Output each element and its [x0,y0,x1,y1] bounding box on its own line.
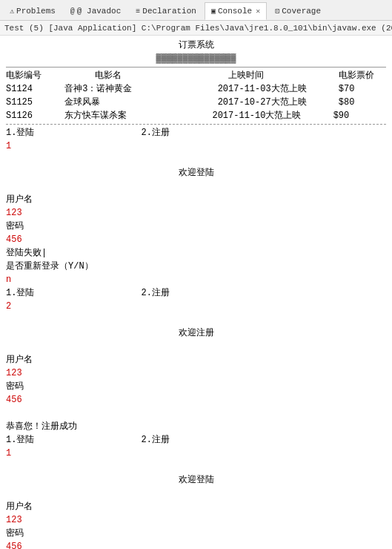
console-close-icon[interactable]: ✕ [256,7,260,16]
empty-1 [6,153,386,166]
progress-bar: ▓▓▓▓▓▓▓▓▓▓▓▓▓▓▓ [6,52,386,65]
label-password-1: 密码 [6,220,386,233]
empty-5 [6,407,386,420]
input-username-3: 123 [6,513,386,527]
tab-problems[interactable]: ⚠ Problems [3,2,62,20]
input-choice-2: 2 [6,300,386,313]
welcome-login-2: 欢迎登陆 [6,473,386,487]
movie-row-2: S1126 东方快车谋杀案 2017-11-10大范上映 $90 [6,109,386,122]
menu-line-1: 1.登陆 2.注册 [6,126,386,139]
console-icon: ▣ [211,7,216,16]
process-bar: Test (5) [Java Application] C:\Program F… [0,21,392,36]
label-username-2: 用户名 [6,353,386,366]
menu-line-2: 1.登陆 2.注册 [6,286,386,300]
input-password-3: 456 [6,540,386,549]
register-success: 恭喜您！注册成功 [6,420,386,433]
tab-console[interactable]: ▣ Console ✕ [205,2,267,20]
coverage-icon: ⊡ [275,7,279,16]
movie-row-0: S1124 音神3：诺神黄金 2017-11-03大范上映 $70 [6,82,386,96]
empty-7 [6,487,386,500]
tab-coverage[interactable]: ⊡ Coverage [268,2,328,20]
input-password-1: 456 [6,233,386,246]
movie-table-header: 电影编号 电影名 上映时间 电影票价 [6,69,386,82]
movie-row-1: S1125 金球风暴 2017-10-27大范上映 $80 [6,96,386,109]
empty-4 [6,340,386,353]
welcome-login: 欢迎登陆 [6,166,386,180]
welcome-register: 欢迎注册 [6,326,386,340]
javadoc-icon: @ [70,7,75,16]
retry-prompt: 是否重新登录（Y/N） [6,260,386,273]
input-choice-1: 1 [6,139,386,153]
input-retry: n [6,273,386,286]
empty-3 [6,313,386,326]
label-password-2: 密码 [6,380,386,393]
ide-window: ⚠ Problems @ @ Javadoc ≡ Declaration ▣ C… [0,0,392,549]
separator-top [6,67,386,68]
label-username-3: 用户名 [6,500,386,513]
menu-line-3: 1.登陆 2.注册 [6,433,386,447]
declaration-icon: ≡ [136,7,140,16]
input-username-1: 123 [6,206,386,220]
label-password-3: 密码 [6,527,386,540]
empty-6 [6,460,386,473]
console-content[interactable]: 订票系统 ▓▓▓▓▓▓▓▓▓▓▓▓▓▓▓ 电影编号 电影名 上映时间 电影票价 … [0,36,392,549]
input-username-2: 123 [6,366,386,380]
input-password-2: 456 [6,393,386,407]
login-fail: 登陆失败| [6,246,386,260]
tab-declaration[interactable]: ≡ Declaration [129,2,203,20]
console-title: 订票系统 [6,39,386,52]
tab-javadoc[interactable]: @ @ Javadoc [64,2,127,20]
empty-2 [6,180,386,193]
tab-bar: ⚠ Problems @ @ Javadoc ≡ Declaration ▣ C… [0,0,392,21]
problems-icon: ⚠ [10,7,14,16]
separator-1 [6,124,386,125]
input-choice-3: 1 [6,447,386,460]
label-username-1: 用户名 [6,193,386,206]
